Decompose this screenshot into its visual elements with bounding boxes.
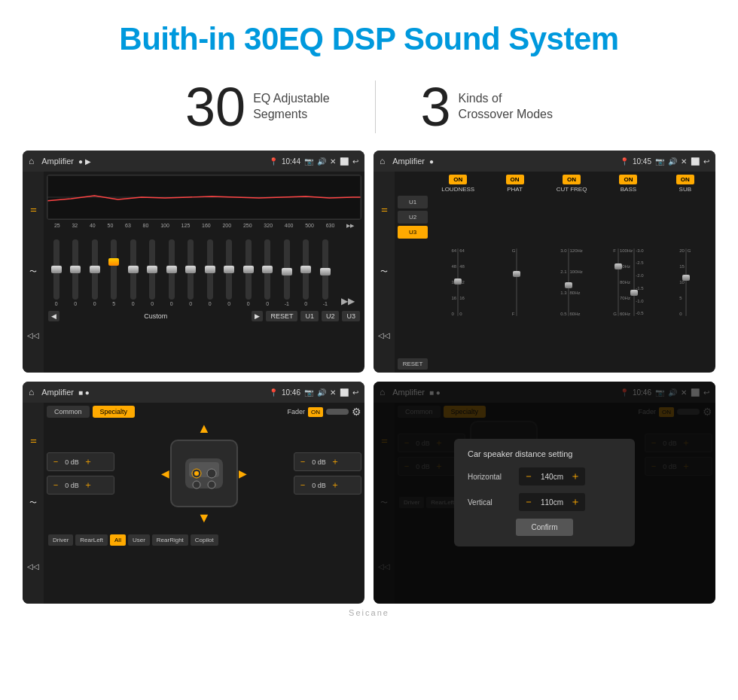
sub-on-btn[interactable]: ON <box>676 175 694 184</box>
cutfreq-on-btn[interactable]: ON <box>563 175 581 184</box>
vol-fl-plus[interactable]: ＋ <box>84 455 93 468</box>
screen3-topbar: ⌂ Amplifier ■ ● 📍 10:46 📷 🔊 ✕ ⬜ ↩ <box>23 382 364 403</box>
vol-fr-plus[interactable]: ＋ <box>331 455 340 468</box>
home-icon[interactable]: ⌂ <box>29 156 34 166</box>
screen1-topbar: ⌂ Amplifier ● ▶ 📍 10:44 📷 🔊 ✕ ⬜ ↩ <box>23 151 364 172</box>
driver-btn[interactable]: Driver <box>48 534 73 546</box>
page-header: Buith-in 30EQ DSP Sound System <box>0 0 738 72</box>
left-arrow[interactable]: ◀ <box>161 467 169 479</box>
screen1-main: 2532405063 80100125160200 25032040050063… <box>44 172 364 373</box>
copilot-btn[interactable]: Copilot <box>191 534 218 546</box>
eq-sliders: 0 0 0 5 0 0 0 0 0 0 0 0 -1 0 -1 ▶▶ <box>47 231 361 306</box>
horizontal-minus-btn[interactable]: － <box>523 470 534 483</box>
phat-label: PHAT <box>507 186 523 193</box>
down-arrow[interactable]: ▼ <box>197 510 211 526</box>
eq-icon3[interactable]: ⚌ <box>30 436 37 444</box>
horizontal-row: Horizontal － 140cm ＋ <box>468 467 621 485</box>
eq-next-btn[interactable]: ▶ <box>252 311 263 321</box>
vol-fr-minus[interactable]: － <box>298 455 307 468</box>
screen1-topbar-icons: 📍 10:44 📷 🔊 ✕ ⬜ ↩ <box>269 157 358 166</box>
window-icon2[interactable]: ⬜ <box>691 157 700 166</box>
vol-fl-minus[interactable]: － <box>51 455 60 468</box>
vol-fl: － 0 dB ＋ <box>47 452 114 471</box>
camera-icon: 📷 <box>304 157 313 166</box>
svg-point-7 <box>208 481 215 488</box>
eq-curve <box>47 175 361 220</box>
horizontal-stepper: － 140cm ＋ <box>519 467 585 485</box>
speaker-icon3[interactable]: ◁◁ <box>27 562 39 571</box>
stat-crossover-label: Kinds ofCrossover Modes <box>459 91 553 123</box>
screen3-sidebar: ⚌ 〜 ◁◁ <box>23 403 44 604</box>
common-tab[interactable]: Common <box>47 406 90 418</box>
close-icon2[interactable]: ✕ <box>681 157 687 166</box>
screen2-topbar: ⌂ Amplifier ● 📍 10:45 📷 🔊 ✕ ⬜ ↩ <box>374 151 715 172</box>
user-btn[interactable]: User <box>128 534 150 546</box>
channel-loudness: ON LOUDNESS 644832160 644832160 <box>431 175 485 370</box>
window-icon3[interactable]: ⬜ <box>340 388 349 397</box>
eq-icon[interactable]: ⚌ <box>30 205 37 213</box>
right-arrow[interactable]: ▶ <box>239 467 247 479</box>
wave-icon3[interactable]: 〜 <box>29 498 37 508</box>
close-icon3[interactable]: ✕ <box>330 388 336 397</box>
u3-preset-btn[interactable]: U3 <box>398 226 428 239</box>
loudness-on-btn[interactable]: ON <box>449 175 467 184</box>
up-arrow[interactable]: ▲ <box>197 421 211 437</box>
eq-u1-btn[interactable]: U1 <box>300 311 319 321</box>
screen2-sidebar: ⚌ 〜 ◁◁ <box>374 172 395 373</box>
vol-rr-plus[interactable]: ＋ <box>331 479 340 492</box>
eq-prev-btn[interactable]: ◀ <box>48 311 59 321</box>
u1-preset-btn[interactable]: U1 <box>398 196 428 208</box>
distance-modal: Car speaker distance setting Horizontal … <box>454 439 635 546</box>
svg-point-5 <box>207 469 216 478</box>
back-icon2[interactable]: ↩ <box>703 157 709 166</box>
vertical-row: Vertical － 110cm ＋ <box>468 493 621 511</box>
vol-rr-minus[interactable]: － <box>298 479 307 492</box>
screen2-time: 10:45 <box>633 157 651 166</box>
vertical-minus-btn[interactable]: － <box>523 495 534 509</box>
sub-label: SUB <box>679 186 691 193</box>
eq-u3-btn[interactable]: U3 <box>342 311 360 321</box>
speaker-icon2[interactable]: ◁◁ <box>378 331 390 339</box>
vol-rr: － 0 dB ＋ <box>294 476 361 495</box>
eq-u2-btn[interactable]: U2 <box>322 311 340 321</box>
stat-eq: 30 EQ AdjustableSegments <box>140 80 375 134</box>
screen3-topbar-icons: 📍 10:46 📷 🔊 ✕ ⬜ ↩ <box>269 388 358 397</box>
home-icon3[interactable]: ⌂ <box>29 387 34 397</box>
home-icon2[interactable]: ⌂ <box>380 156 385 166</box>
confirm-button[interactable]: Confirm <box>516 519 572 536</box>
u2-preset-btn[interactable]: U2 <box>398 211 428 224</box>
eq-reset-btn[interactable]: RESET <box>266 311 297 321</box>
rearright-btn[interactable]: RearRight <box>152 534 188 546</box>
wave-icon[interactable]: 〜 <box>29 266 37 277</box>
settings-icon3[interactable]: ⚙ <box>352 406 361 418</box>
screen1-sidebar: ⚌ 〜 ◁◁ <box>23 172 44 373</box>
dot-icon3: ■ ● <box>78 388 90 397</box>
vol-rl-plus[interactable]: ＋ <box>84 479 93 492</box>
rearleft-btn[interactable]: RearLeft <box>75 534 108 546</box>
camera-icon2: 📷 <box>655 157 664 166</box>
stat-crossover: 3 Kinds ofCrossover Modes <box>376 80 598 134</box>
svg-point-6 <box>193 481 200 488</box>
back-icon3[interactable]: ↩ <box>352 388 358 397</box>
all-btn[interactable]: All <box>110 534 126 546</box>
fader-on-btn[interactable]: ON <box>308 407 323 417</box>
vertical-plus-btn[interactable]: ＋ <box>570 495 581 509</box>
close-icon[interactable]: ✕ <box>330 157 336 166</box>
screen2-title: Amplifier <box>392 157 425 166</box>
cutfreq-label: CUT FREQ <box>557 186 587 193</box>
screen2-main: U1 U2 U3 RESET ON LOUDNESS 644832160 <box>395 172 715 373</box>
stat-eq-number: 30 <box>185 80 245 134</box>
eq-icon2[interactable]: ⚌ <box>381 205 388 213</box>
phat-on-btn[interactable]: ON <box>506 175 524 184</box>
back-icon[interactable]: ↩ <box>352 157 358 166</box>
window-icon[interactable]: ⬜ <box>340 157 349 166</box>
amp-reset-btn[interactable]: RESET <box>398 358 428 370</box>
bass-on-btn[interactable]: ON <box>619 175 637 184</box>
vol-rl-minus[interactable]: － <box>51 479 60 492</box>
horizontal-plus-btn[interactable]: ＋ <box>570 470 581 483</box>
location-icon3: 📍 <box>269 388 278 397</box>
specialty-tab[interactable]: Specialty <box>93 406 136 418</box>
wave-icon2[interactable]: 〜 <box>380 266 388 277</box>
channel-phat: ON PHAT GF <box>487 175 541 370</box>
speaker-icon[interactable]: ◁◁ <box>27 331 39 339</box>
